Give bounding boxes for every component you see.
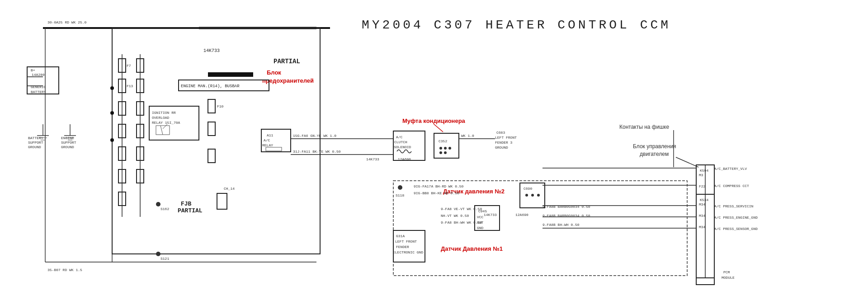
- b-plus-label: B+: [31, 68, 35, 72]
- partial-label: PARTIAL: [274, 58, 300, 65]
- battery-label: BATTERY: [31, 90, 46, 94]
- svg-text:M34: M34: [699, 202, 706, 206]
- blok-upravleniya-1: Блок управления: [633, 143, 676, 150]
- svg-point-87: [525, 194, 528, 197]
- svg-text:RELAY 15I_70A: RELAY 15I_70A: [152, 121, 180, 125]
- svg-line-73: [434, 124, 443, 132]
- clutch-solenoid: A/C: [396, 135, 403, 139]
- svg-text:GROUND: GROUND: [28, 145, 41, 149]
- pcm-module: PCM: [723, 270, 730, 274]
- wire-label-top: 30-0A25 RD WK 25.0: [47, 20, 87, 24]
- svg-text:F7: F7: [127, 64, 131, 68]
- ac-relay-label: A11: [267, 133, 274, 137]
- svg-point-67: [444, 151, 447, 154]
- svg-text:GROUND: GROUND: [495, 145, 508, 150]
- svg-rect-6: [208, 72, 253, 77]
- svg-point-64: [444, 147, 447, 150]
- ch14-label: CH_14: [224, 187, 235, 191]
- ac-press-servicin: A/C PRESS_SERVICIN: [714, 204, 754, 208]
- 14k733-bottom: 14K733: [484, 213, 497, 217]
- fjb-partial-label: FJB: [181, 201, 192, 207]
- 14k733-label-1: 14K733: [203, 48, 220, 53]
- svg-text:OVERLOAD: OVERLOAD: [152, 116, 170, 120]
- svg-rect-50: [217, 193, 227, 209]
- schematic-diagram: MY2004 C307 HEATER CONTROL CCM 30-0A25 R…: [0, 0, 868, 300]
- muft-label: Муфта кондиционера: [402, 117, 466, 124]
- engine-man-label: ENGINE MAN.(R14), BUSBAR: [181, 84, 240, 89]
- ac-press-sensor-gnd: A/C PRESS_SENSOR_GND: [714, 227, 758, 231]
- svg-text:LEFT FRONT: LEFT FRONT: [395, 239, 417, 244]
- svg-text:RELAY: RELAY: [262, 143, 273, 147]
- datchik-1: Датчик Давления №1: [441, 245, 503, 252]
- svg-text:PARTIAL: PARTIAL: [178, 207, 203, 214]
- ac-press-engine-gnd: A/C PRESS_ENGINE_GND: [714, 216, 758, 220]
- svg-rect-62: [434, 133, 459, 158]
- 12a690-bottom: 12A690: [515, 213, 528, 217]
- c352-label: C352: [439, 139, 447, 143]
- svg-text:M3: M3: [699, 173, 703, 177]
- svg-point-105: [110, 111, 114, 115]
- svg-point-63: [439, 147, 442, 150]
- svg-text:9IG-BB8  BH-KE  WK 0.50: 9IG-BB8 BH-KE WK 0.50: [414, 191, 459, 195]
- svg-rect-48: [208, 122, 215, 136]
- svg-point-102: [156, 252, 160, 256]
- svg-text:M34: M34: [699, 214, 706, 218]
- svg-text:15G-FA6  GN-YE  WK 1.0: 15G-FA6 GN-YE WK 1.0: [293, 134, 336, 138]
- k534-label: K534: [700, 198, 708, 202]
- s162-label: S162: [160, 207, 169, 211]
- svg-point-65: [448, 147, 451, 150]
- svg-text:VCC: VCC: [477, 215, 484, 219]
- svg-text:GROUND: GROUND: [61, 145, 74, 149]
- c690-label: C690: [524, 187, 532, 191]
- block-label-ru: Блок: [267, 69, 281, 76]
- ignition-relay-label: IGNITION RR: [152, 111, 176, 115]
- svg-text:9-FA8  BH-WH  WK 0.50: 9-FA8 BH-WH WK 0.50: [441, 220, 482, 225]
- svg-text:NH-VT  WK 0.50: NH-VT WK 0.50: [441, 214, 469, 218]
- svg-text:9-FA8  VE-VT  WK 0.50: 9-FA8 VE-VT WK 0.50: [441, 207, 482, 211]
- svg-point-85: [398, 185, 402, 190]
- svg-line-75: [676, 157, 698, 167]
- 14a280-label: 14A280: [32, 73, 45, 77]
- wire-label-bottom: 35-B07 RD WK 1.5: [47, 268, 82, 272]
- svg-point-66: [439, 151, 442, 154]
- svg-text:F13: F13: [127, 84, 133, 88]
- svg-text:31J-FA11  BK-YE  WK 0.50: 31J-FA11 BK-YE WK 0.50: [293, 150, 341, 154]
- svg-text:9-FA8B BH-WH 0.50: 9-FA8B BH-WH 0.50: [542, 223, 580, 227]
- svg-text:ELECTRONIC GND: ELECTRONIC GND: [393, 250, 423, 254]
- svg-point-88: [531, 194, 534, 197]
- svg-point-104: [110, 86, 114, 90]
- svg-text:9-FA8B BARB0G0034 0.50: 9-FA8B BARB0G0034 0.50: [542, 205, 590, 209]
- svg-text:9IG-FA17A BH-RD WK 0.50: 9IG-FA17A BH-RD WK 0.50: [414, 184, 464, 188]
- c683-label: C683: [496, 131, 505, 135]
- svg-point-106: [110, 138, 114, 142]
- svg-rect-54: [266, 147, 282, 151]
- svg-line-27: [163, 124, 167, 129]
- svg-text:9-FA8B BARB0G0034 0.50: 9-FA8B BARB0G0034 0.50: [542, 214, 590, 218]
- k594-top: K594: [700, 169, 708, 173]
- svg-text:LEFT FRONT: LEFT FRONT: [495, 136, 517, 140]
- svg-text:CLUTCH: CLUTCH: [394, 140, 407, 144]
- svg-text:SUPPORT: SUPPORT: [61, 141, 76, 145]
- s118-label: S118: [396, 193, 404, 197]
- svg-text:A/C: A/C: [264, 138, 270, 142]
- svg-rect-25: [156, 126, 170, 135]
- svg-text:F10: F10: [217, 104, 224, 108]
- svg-point-89: [537, 194, 540, 197]
- svg-text:SOLENOID: SOLENOID: [394, 145, 411, 149]
- svg-text:GND: GND: [477, 226, 484, 230]
- svg-rect-46: [208, 99, 215, 113]
- svg-text:SUPPORT: SUPPORT: [28, 141, 43, 145]
- ac-compress-cct: A/C COMPRESS CCT: [714, 184, 749, 188]
- 14k733-mid: 14K733: [366, 157, 379, 161]
- kontakty-label: Контакты на фишке: [619, 124, 669, 130]
- ac-battery-vlv: A/C_BATTERY_VLV: [714, 167, 747, 171]
- svg-text:F22: F22: [699, 184, 706, 188]
- blok-upravleniya-2: двигателем: [640, 151, 669, 157]
- s121-label: S121: [160, 257, 169, 261]
- svg-text:MODULE: MODULE: [722, 276, 735, 280]
- svg-point-103: [156, 202, 160, 206]
- svg-text:FENDER: FENDER: [396, 245, 409, 249]
- svg-rect-49: [208, 149, 215, 163]
- svg-text:FENDER 3: FENDER 3: [495, 141, 513, 145]
- svg-text:WK 1.0: WK 1.0: [461, 134, 474, 138]
